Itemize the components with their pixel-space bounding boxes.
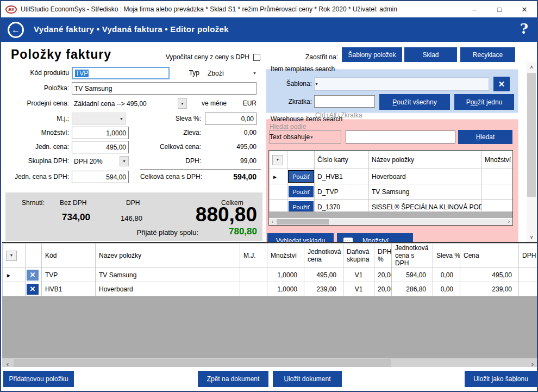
mj-label: M.j.: [4, 115, 69, 122]
sablony-polozek-button[interactable]: Šablony položek [342, 47, 402, 62]
minimize-icon[interactable]: – [462, 2, 487, 17]
col-jednotkova-cena-s-dph[interactable]: Jednotková cena s DPH [392, 244, 433, 268]
chevron-down-icon: ▼ [315, 82, 321, 86]
maximize-icon[interactable]: □ [487, 2, 512, 17]
app-header: ← Vydané faktury • Vydaná faktura • Edit… [1, 17, 537, 42]
cell-dph-pct: 20,00 [374, 282, 392, 296]
cell-nazev: Hoverboard [96, 282, 240, 296]
mnozstvi-input[interactable]: 1,0000 [72, 127, 129, 139]
chevron-down-icon: ▼ [276, 156, 280, 164]
recyklace-button[interactable]: Recyklace [460, 47, 515, 62]
filter-mode-value: Text obsahuje [270, 133, 310, 141]
kod-input[interactable]: TVP [72, 67, 170, 79]
chevron-down-icon: ▼ [122, 159, 126, 163]
chevron-down-icon: ▼ [180, 102, 184, 105]
back-button[interactable]: ← [8, 22, 24, 38]
help-icon[interactable]: ? [520, 21, 528, 37]
breadcrumb: Vydané faktury • Vydaná faktura • Editor… [34, 24, 229, 34]
app-window: ES UtilStudio EconomSys - Středisko : Mo… [0, 0, 538, 392]
window-title: UtilStudio EconomSys - Středisko : Moja … [21, 5, 462, 13]
table-row[interactable]: ► Použiť D_HVB1 Hoverboard [270, 169, 514, 184]
vertical-scrollbar[interactable]: ∧ ∨ [527, 62, 536, 242]
cell-dph [519, 268, 538, 282]
cell-mj [240, 282, 267, 296]
col-nazev-polozky[interactable]: Název položky [369, 151, 482, 169]
col-jednotkova-cena[interactable]: Jednotková cena [304, 244, 343, 268]
col-dph-pct[interactable]: DPH % [374, 244, 392, 268]
delete-row-button[interactable]: ✕ [27, 270, 39, 281]
mena-label: ve měne [197, 99, 227, 107]
summary-panel: Shrnutí: Bez DPH DPH Celkem 734,00 146,8… [5, 192, 262, 241]
sablona-select[interactable]: ▼ [314, 77, 489, 91]
jedn-cena-label: Jedn. cena: [4, 143, 69, 151]
pouzit-jednu-button[interactable]: Použít jednu [454, 94, 514, 110]
save-document-button[interactable]: Uložit dokument [273, 371, 342, 387]
col-sleva-pct[interactable]: Sleva % [433, 244, 460, 268]
table-row[interactable]: Použiť D_TVP TV Samsung [270, 184, 514, 200]
cell-jedn-s-dph: 286,80 [392, 282, 433, 296]
page-title: Položky faktury [11, 47, 111, 62]
col-mj[interactable]: M.J. [240, 244, 267, 268]
grid-options-button[interactable]: ▼ [272, 155, 283, 165]
jedn-cena-input[interactable]: 495,00 [72, 141, 129, 153]
scroll-right-icon[interactable]: › [505, 219, 512, 225]
typ-select[interactable]: Zboží ▼ [205, 67, 257, 79]
scrollbar-thumb[interactable] [527, 73, 536, 197]
sklad-button[interactable]: Sklad [404, 47, 457, 62]
filter-mode-select[interactable]: Text obsahuje ▼ [269, 130, 341, 144]
sleva-input[interactable]: 0,00 [205, 113, 257, 125]
pouzit-button[interactable]: Použiť [289, 186, 314, 197]
sleva-label: Sleva %: [147, 115, 201, 122]
delete-row-button[interactable]: ✕ [27, 284, 39, 295]
clear-template-button[interactable]: ✕ [493, 77, 510, 91]
cell-mnozstvi: 1,0000 [267, 268, 304, 282]
add-item-button[interactable]: Přidat novou položku [3, 371, 74, 387]
cell-mnozstvi [482, 184, 514, 200]
jedn-cena-s-dph-input[interactable]: 594,00 [72, 171, 129, 183]
hledat-button[interactable]: Hledat [458, 130, 512, 144]
col-dph[interactable]: DPH [519, 244, 538, 268]
pouzit-vsechny-button[interactable]: Použít všechny [379, 94, 450, 110]
typ-label: Typ [175, 69, 199, 77]
prodejni-cena-select[interactable]: Základní cena --> 495,00 ▼ [72, 97, 187, 110]
table-row[interactable]: ► ✕ TVP TV Samsung 1,0000 495,00 V1 20,0… [3, 268, 538, 282]
kod-value: TVP [75, 70, 89, 77]
scroll-up-icon[interactable]: ∧ [527, 62, 536, 72]
hledat-podle-label: Hledat podle [270, 123, 306, 130]
col-cena[interactable]: Cena [460, 244, 519, 268]
col-cislo-karty[interactable]: Číslo karty [315, 151, 369, 169]
zkratka-input[interactable] [314, 95, 375, 108]
skupina-dph-select[interactable]: DPH 20% ▼ [72, 155, 129, 167]
pouzit-button[interactable]: Použiť [289, 201, 314, 213]
col-danova-skupina[interactable]: Daňová skupina [343, 244, 374, 268]
app-logo-icon: ES [5, 5, 17, 14]
cell-danova: V1 [343, 282, 374, 296]
pouzit-button[interactable]: Použiť [289, 171, 314, 182]
grid-options-button[interactable]: ▼ [6, 251, 17, 261]
col-nazev-polozky[interactable]: Název položky [96, 244, 240, 268]
jedn-cena-value: 495,00 [106, 144, 126, 151]
col-mnozstvi-ve-skladu[interactable]: Množství ve skladu [482, 151, 514, 169]
polozka-input[interactable]: TV Samsung [72, 82, 257, 95]
table-row[interactable]: ✕ HVB1 Hoverboard 1,0000 239,00 V1 20,00… [3, 282, 538, 296]
col-kod[interactable]: Kód [42, 244, 96, 268]
vat-checkbox[interactable] [253, 54, 260, 61]
col-mnozstvi[interactable]: Množství [267, 244, 304, 268]
scrollbar-thumb[interactable] [277, 219, 329, 225]
close-icon: ✕ [498, 79, 505, 89]
warehouse-grid-hscrollbar[interactable]: ‹ › [269, 219, 512, 225]
cell-nazev: TV Samsung [369, 184, 482, 200]
total-separator [140, 169, 261, 170]
scroll-down-icon[interactable]: ∨ [527, 232, 536, 242]
save-as-template-button[interactable]: Uložit jako šablonu [465, 371, 537, 387]
grid-empty-area [2, 296, 538, 359]
scroll-left-icon[interactable]: ‹ [269, 219, 276, 225]
mj-select[interactable]: ▼ [72, 113, 126, 125]
back-to-document-button[interactable]: Zpět na dokument [198, 371, 268, 387]
cell-nazev: Hoverboard [369, 169, 482, 184]
grid-empty-area [269, 211, 512, 218]
summary-dph-value: 146,80 [114, 214, 149, 222]
close-icon[interactable]: ✕ [512, 2, 537, 17]
cell-cislo: D_HVB1 [315, 169, 369, 184]
warehouse-search-input[interactable] [346, 130, 455, 144]
